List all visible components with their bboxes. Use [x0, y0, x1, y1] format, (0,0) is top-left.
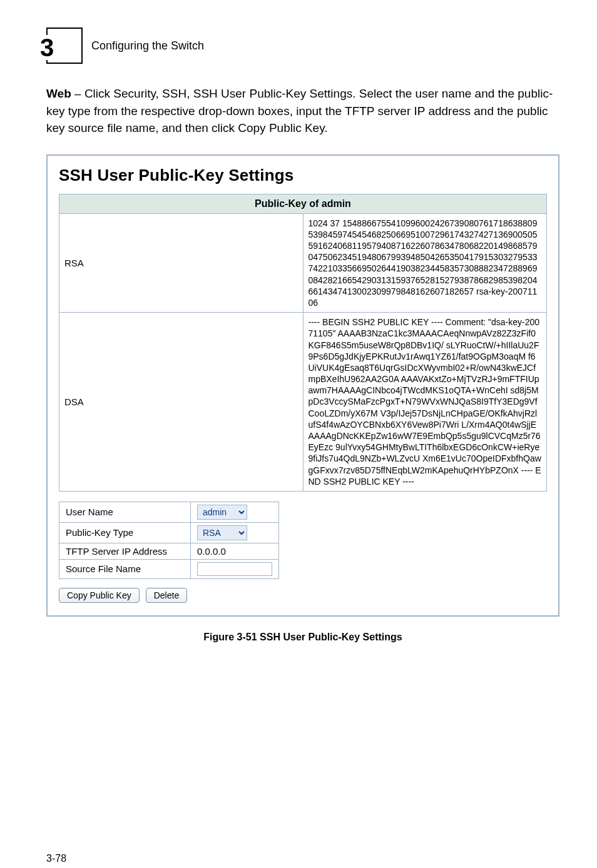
- user-name-label: User Name: [59, 502, 191, 522]
- user-name-select[interactable]: admin: [197, 505, 247, 520]
- tftp-value: 0.0.0.0: [191, 543, 279, 559]
- copy-public-key-button[interactable]: Copy Public Key: [59, 588, 140, 603]
- pk-type-label: Public-Key Type: [59, 522, 191, 543]
- pk-type-select[interactable]: RSA: [197, 525, 247, 540]
- page-number: 3-78: [46, 853, 66, 864]
- pk-row-label: RSA: [59, 213, 304, 313]
- chapter-header: 3 Configuring the Switch: [46, 28, 559, 64]
- chapter-number: 3: [39, 35, 55, 60]
- table-row: DSA ---- BEGIN SSH2 PUBLIC KEY ---- Comm…: [59, 313, 547, 492]
- delete-button[interactable]: Delete: [146, 588, 187, 603]
- pk-row-text: ---- BEGIN SSH2 PUBLIC KEY ---- Comment:…: [303, 313, 547, 492]
- source-file-label: Source File Name: [59, 559, 191, 578]
- pk-table-header: Public-Key of admin: [59, 194, 547, 213]
- table-row: User Name admin: [59, 502, 279, 522]
- table-row: Source File Name: [59, 559, 279, 578]
- figure-caption: Figure 3-51 SSH User Public-Key Settings: [46, 632, 559, 643]
- button-row: Copy Public Key Delete: [59, 588, 547, 603]
- table-row: TFTP Server IP Address 0.0.0.0: [59, 543, 279, 559]
- source-file-input[interactable]: [197, 562, 272, 576]
- chapter-badge: 3: [46, 28, 83, 64]
- lead-paragraph: Web – Click Security, SSH, SSH User Publ…: [46, 85, 559, 137]
- panel-title: SSH User Public-Key Settings: [59, 166, 547, 185]
- table-row: Public-Key Type RSA: [59, 522, 279, 543]
- settings-panel: SSH User Public-Key Settings Public-Key …: [46, 154, 559, 617]
- table-row: RSA 1024 37 1548866755410996002426739080…: [59, 213, 547, 313]
- tftp-label: TFTP Server IP Address: [59, 543, 191, 559]
- pk-row-text: 1024 37 15488667554109960024267390807617…: [303, 213, 547, 313]
- chapter-title: Configuring the Switch: [91, 39, 204, 53]
- public-key-table: Public-Key of admin RSA 1024 37 15488667…: [59, 194, 547, 492]
- form-table: User Name admin Public-Key Type RSA TFTP…: [59, 502, 279, 579]
- pk-row-label: DSA: [59, 313, 304, 492]
